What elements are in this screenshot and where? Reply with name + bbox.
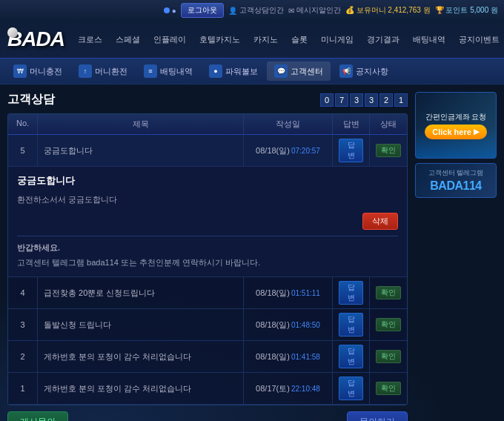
col-title: 제목 bbox=[38, 114, 244, 134]
username-label: ● bbox=[172, 7, 176, 15]
points-display: 🏆 포인트 5,000 원 bbox=[435, 5, 498, 16]
delete-button[interactable]: 삭제 bbox=[362, 213, 398, 230]
row5-time: 07:20:57 bbox=[291, 147, 320, 155]
row5-reply: 답변 bbox=[333, 135, 370, 166]
subnav-notice[interactable]: 📢 공지사항 bbox=[332, 62, 396, 81]
row1-reply: 답변 bbox=[333, 373, 370, 404]
sub-navigation: ₩ 머니충전 ↑ 머니환전 ≡ 배팅내역 ● 파워볼보 💬 고객센터 📢 공지사… bbox=[0, 58, 504, 84]
msg-icon: ✉ bbox=[288, 7, 294, 15]
row3-state: 확인 bbox=[370, 309, 407, 340]
main-navigation: 크로스 스페셜 인플레이 호텔카지노 카지노 슬롯 미니게임 경기결과 배팅내역… bbox=[72, 31, 504, 48]
row1-id: 1 bbox=[8, 373, 38, 404]
money-charge-icon: ₩ bbox=[13, 64, 27, 78]
row4-date: 08/18(일) 01:51:11 bbox=[244, 277, 333, 308]
subnav-customer-center[interactable]: 💬 고객센터 bbox=[267, 62, 331, 81]
row5-state: 확인 bbox=[370, 135, 407, 166]
row2-state-badge: 확인 bbox=[376, 350, 401, 363]
inquiry-table: No. 제목 작성일 답변 상태 5 궁금도합니다 08/18(일) 07:20… bbox=[7, 113, 408, 405]
table-row[interactable]: 1 게하번호 분의 포청이 감수 처리없습니다 08/17(토) 22:10:4… bbox=[8, 373, 407, 405]
nav-slots[interactable]: 슬롯 bbox=[285, 31, 314, 48]
subnav-money-exchange[interactable]: ↑ 머니환전 bbox=[71, 62, 135, 81]
ad-title: 간편인금계좌 요청 bbox=[425, 112, 487, 122]
points-icon: 🏆 bbox=[435, 6, 444, 14]
expanded-greeting: 반갑하세요. bbox=[17, 242, 398, 253]
row1-state-badge: 확인 bbox=[376, 382, 401, 395]
count-4: 2 bbox=[379, 93, 393, 107]
balance-display: 💰 보유머니 2,412,763 원 bbox=[345, 5, 431, 16]
nav-cross[interactable]: 크로스 bbox=[72, 31, 108, 48]
row5-state-badge: 확인 bbox=[376, 144, 401, 157]
table-row[interactable]: 2 게하번호 분의 포청이 감수 처리없습니다 08/18(일) 01:41:5… bbox=[8, 341, 407, 373]
write-inquiry-button[interactable]: 게시문의 bbox=[7, 411, 68, 421]
money-exchange-icon: ↑ bbox=[79, 64, 92, 78]
user-indicator: ● bbox=[164, 7, 176, 15]
row5-reply-badge: 답변 bbox=[339, 139, 363, 162]
expanded-reply: 고객센터 텔레그램 bada114 또는 추천인분께 연락하시기 바랍니다. bbox=[17, 256, 398, 270]
row1-title: 게하번호 분의 포청이 감수 처리없습니다 bbox=[38, 373, 244, 404]
header: BADA 크로스 스페셜 인플레이 호텔카지노 카지노 슬롯 미니게임 경기결과… bbox=[0, 21, 504, 58]
nav-inplay[interactable]: 인플레이 bbox=[147, 31, 192, 48]
subnav-betting-history[interactable]: ≡ 배팅내역 bbox=[136, 62, 200, 81]
count-1: 7 bbox=[335, 93, 348, 107]
top-bar: ● 로그아웃 👤 고객상담인간 ✉ 메시지알인간 💰 보유머니 2,412,76… bbox=[0, 0, 504, 21]
row3-reply-badge: 답변 bbox=[339, 313, 363, 337]
notice-icon: 📢 bbox=[339, 64, 353, 78]
expanded-title: 궁금도합니다 bbox=[17, 174, 398, 188]
customer-service-link[interactable]: 👤 고객상담인간 bbox=[228, 5, 284, 16]
col-no: No. bbox=[8, 114, 38, 134]
col-state: 상태 bbox=[370, 114, 407, 134]
table-row[interactable]: 4 급전찾총 20뿐로 신청드립니다 08/18(일) 01:51:11 답변 … bbox=[8, 277, 407, 309]
nav-mini-game[interactable]: 미니게임 bbox=[315, 31, 359, 48]
expanded-actions: 삭제 bbox=[17, 213, 398, 230]
count-5: 1 bbox=[394, 93, 408, 107]
page-count: 0 7 3 3 2 1 bbox=[320, 93, 408, 107]
divider bbox=[17, 236, 398, 236]
powerball-icon: ● bbox=[209, 64, 222, 78]
row5-id: 5 bbox=[8, 135, 38, 166]
telegram-banner[interactable]: 고객센터 텔레그램 BADA114 bbox=[415, 163, 497, 198]
row1-state: 확인 bbox=[370, 373, 407, 404]
row3-state-badge: 확인 bbox=[376, 318, 401, 331]
nav-special[interactable]: 스페셜 bbox=[110, 31, 146, 48]
expanded-content: 궁금도합니다 환전하소서서 궁금도합니다 삭제 반갑하세요. 고객센터 텔레그램… bbox=[8, 167, 407, 277]
table-row[interactable]: 5 궁금도합니다 08/18(일) 07:20:57 답변 확인 bbox=[8, 135, 407, 167]
faq-button[interactable]: 문의하기 bbox=[347, 411, 408, 421]
nav-events[interactable]: 공지이벤트 bbox=[453, 31, 504, 48]
logout-button[interactable]: 로그아웃 bbox=[181, 3, 224, 18]
logo[interactable]: BADA bbox=[7, 24, 64, 54]
page-title-bar: 고객상담 0 7 3 3 2 1 bbox=[7, 92, 408, 107]
row2-title: 게하번호 분의 포청이 감수 처리없습니다 bbox=[38, 341, 244, 372]
nav-casino[interactable]: 카지노 bbox=[248, 31, 284, 48]
nav-game-results[interactable]: 경기결과 bbox=[361, 31, 405, 48]
table-row[interactable]: 3 돌발신청 드립니다 08/18(일) 01:48:50 답변 확인 bbox=[8, 309, 407, 341]
row4-id: 4 bbox=[8, 277, 38, 308]
row3-id: 3 bbox=[8, 309, 38, 340]
telegram-id: BADA114 bbox=[420, 179, 491, 193]
nav-hotel-casino[interactable]: 호텔카지노 bbox=[193, 31, 246, 48]
row2-reply-badge: 답변 bbox=[339, 345, 363, 368]
count-0: 0 bbox=[320, 93, 334, 107]
nav-betting-history[interactable]: 배팅내역 bbox=[407, 31, 451, 48]
row2-id: 2 bbox=[8, 341, 38, 372]
cs-icon: 👤 bbox=[228, 7, 237, 15]
count-3: 3 bbox=[365, 93, 378, 107]
row5-title: 궁금도합니다 bbox=[38, 135, 244, 166]
row3-reply: 답변 bbox=[333, 309, 370, 340]
row1-date: 08/17(토) 22:10:48 bbox=[244, 373, 333, 404]
logo-circle bbox=[7, 27, 18, 38]
subnav-money-charge[interactable]: ₩ 머니충전 bbox=[6, 62, 70, 81]
page-title: 고객상담 bbox=[7, 92, 55, 107]
row3-date: 08/18(일) 01:48:50 bbox=[244, 309, 333, 340]
ad-banner: 간편인금계좌 요청 Click here ▶ bbox=[415, 92, 497, 159]
row2-state: 확인 bbox=[370, 341, 407, 372]
message-link[interactable]: ✉ 메시지알인간 bbox=[288, 5, 341, 16]
row5-date: 08/18(일) 07:20:57 bbox=[244, 135, 333, 166]
col-date: 작성일 bbox=[244, 114, 333, 134]
subnav-powerball[interactable]: ● 파워볼보 bbox=[202, 62, 265, 81]
row2-reply: 답변 bbox=[333, 341, 370, 372]
balance-icon: 💰 bbox=[345, 6, 354, 14]
click-here-button[interactable]: Click here ▶ bbox=[425, 125, 487, 139]
telegram-label: 고객센터 텔레그램 bbox=[420, 168, 491, 178]
main-content: 고객상담 0 7 3 3 2 1 No. 제목 작성일 답변 상태 5 bbox=[0, 84, 415, 421]
customer-center-icon: 💬 bbox=[274, 64, 288, 78]
